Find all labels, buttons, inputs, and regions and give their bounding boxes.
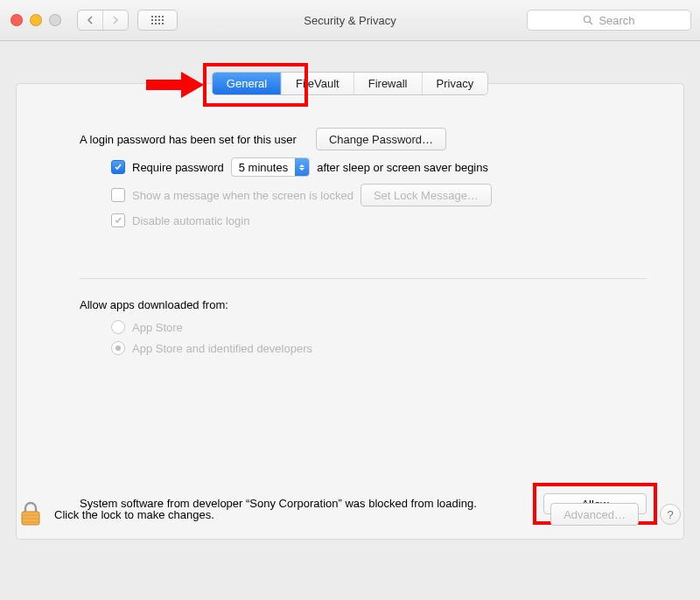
after-sleep-label: after sleep or screen saver begins [317,161,488,174]
general-content: A login password has been set for this u… [17,84,683,355]
svg-rect-0 [151,16,153,17]
lock-icon[interactable] [19,501,42,527]
svg-rect-6 [158,19,160,21]
tab-privacy[interactable]: Privacy [422,73,488,94]
zoom-icon [49,14,61,26]
search-placeholder: Search [598,14,634,27]
svg-rect-9 [155,23,157,24]
tab-general[interactable]: General [213,73,281,94]
login-password-label: A login password has been set for this u… [80,133,297,146]
svg-rect-7 [162,19,164,21]
radio-app-store-label: App Store [132,321,183,334]
svg-rect-2 [158,16,160,17]
svg-line-13 [590,22,592,24]
titlebar: Security & Privacy Search [0,0,700,41]
svg-rect-3 [162,16,164,17]
require-password-label: Require password [132,161,224,174]
require-password-delay-select[interactable]: 5 minutes [231,157,310,177]
radio-identified-label: App Store and identified developers [132,342,312,355]
svg-rect-4 [151,19,153,21]
back-button[interactable] [78,10,102,30]
radio-app-store [111,320,125,334]
show-all-button[interactable] [137,10,178,31]
tab-bar: General FileVault Firewall Privacy [212,72,488,95]
require-password-checkbox[interactable] [111,160,125,174]
lock-text: Click the lock to make changes. [54,508,214,521]
set-lock-message-button: Set Lock Message… [360,184,492,206]
preferences-pane: General FileVault Firewall Privacy A log… [16,83,684,540]
tab-filevault[interactable]: FileVault [281,73,354,94]
disable-auto-login-checkbox [111,213,125,227]
search-input[interactable]: Search [527,10,691,31]
minimize-icon[interactable] [30,14,42,26]
search-icon [583,15,593,25]
footer: Click the lock to make changes. Advanced… [19,501,681,527]
stepper-icon [295,158,309,176]
svg-rect-10 [158,23,160,24]
show-message-checkbox [111,188,125,202]
change-password-button[interactable]: Change Password… [316,128,446,150]
svg-rect-1 [155,16,157,17]
svg-rect-5 [155,19,157,21]
nav-buttons [77,10,129,31]
show-message-label: Show a message when the screen is locked [132,189,354,202]
svg-rect-16 [22,512,39,525]
forward-button[interactable] [102,10,128,30]
disable-auto-login-label: Disable automatic login [132,214,249,227]
svg-point-12 [584,17,591,23]
divider [80,278,647,279]
svg-rect-8 [151,23,153,24]
radio-identified-developers [111,341,125,355]
advanced-button[interactable]: Advanced… [550,503,639,526]
help-button[interactable]: ? [660,504,681,525]
tab-firewall[interactable]: Firewall [354,73,422,94]
close-icon[interactable] [10,14,23,26]
window-controls [10,14,61,26]
allow-apps-heading: Allow apps downloaded from: [80,298,647,311]
delay-value: 5 minutes [239,161,288,174]
svg-rect-11 [162,23,164,24]
